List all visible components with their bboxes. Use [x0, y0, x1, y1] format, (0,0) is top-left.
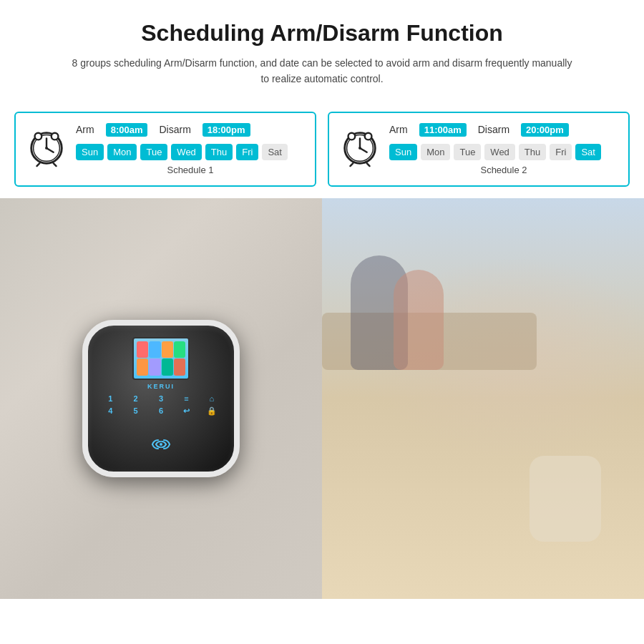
device-container: KERUI 1 2 3 ≡ ⌂ 4 5 6 ↩ 🔒 [82, 320, 240, 477]
key-1: 1 [99, 394, 121, 403]
device-brand-label: KERUI [147, 383, 175, 390]
svg-point-5 [52, 132, 59, 140]
key-5: 5 [125, 406, 146, 416]
day-wed-2[interactable]: Wed [484, 144, 515, 160]
schedule-1-arm-label: Arm [76, 124, 94, 135]
schedule-2-arm-label: Arm [389, 124, 408, 135]
key-home: ⌂ [201, 394, 223, 403]
svg-line-11 [350, 163, 353, 166]
key-back: ↩ [175, 406, 197, 416]
key-4: 4 [99, 406, 121, 416]
rfid-area [147, 436, 175, 456]
day-mon-2[interactable]: Mon [421, 144, 450, 160]
clock-icon-1 [26, 123, 67, 170]
schedule-1-name: Schedule 1 [76, 165, 305, 175]
key-lock: 🔒 [201, 406, 223, 416]
schedule-card-2: Arm 11:00am Disarm 20:00pm Sun Mon Tue W… [328, 112, 630, 187]
svg-point-14 [365, 132, 372, 140]
svg-point-13 [348, 132, 356, 140]
day-fri-1[interactable]: Fri [236, 144, 258, 160]
svg-line-2 [36, 163, 39, 166]
child-silhouette [530, 456, 601, 542]
schedule-2-days: Sun Mon Tue Wed Thu Fri Sat [389, 144, 618, 160]
app-icon-2 [149, 341, 160, 358]
app-icon-7 [162, 358, 173, 376]
key-3: 3 [150, 394, 172, 403]
family-panel [322, 198, 644, 599]
schedules-row: Arm 8:00am Disarm 18:00pm Sun Mon Tue We… [0, 112, 644, 198]
svg-line-12 [367, 163, 370, 166]
schedule-2-arm-time[interactable]: 11:00am [419, 123, 467, 137]
schedule-1-disarm-time[interactable]: 18:00pm [203, 123, 250, 137]
device-keypad: 1 2 3 ≡ ⌂ 4 5 6 ↩ 🔒 [88, 394, 234, 416]
page-title: Scheduling Arm/Disarm Function [29, 20, 615, 47]
bottom-section: KERUI 1 2 3 ≡ ⌂ 4 5 6 ↩ 🔒 [0, 198, 644, 599]
day-fri-2[interactable]: Fri [550, 144, 572, 160]
page-subtitle: 8 groups scheduling Arm/Disarm function,… [72, 55, 572, 87]
day-sat-1[interactable]: Sat [262, 144, 288, 160]
app-icon-3 [162, 341, 173, 358]
schedule-card-1: Arm 8:00am Disarm 18:00pm Sun Mon Tue We… [14, 112, 316, 187]
schedule-2-disarm-label: Disarm [478, 124, 509, 135]
day-sun-2[interactable]: Sun [389, 144, 417, 160]
schedule-2-times: Arm 11:00am Disarm 20:00pm [389, 123, 618, 137]
day-mon-1[interactable]: Mon [107, 144, 137, 160]
schedule-2-disarm-time[interactable]: 20:00pm [521, 123, 569, 137]
svg-point-17 [358, 147, 361, 150]
schedule-2-info: Arm 11:00am Disarm 20:00pm Sun Mon Tue W… [389, 123, 618, 175]
app-icon-5 [137, 358, 148, 376]
day-sun-1[interactable]: Sun [76, 144, 104, 160]
schedule-1-disarm-label: Disarm [159, 124, 190, 135]
adult2-silhouette [394, 270, 444, 370]
device-screen [132, 337, 190, 380]
schedule-1-arm-time[interactable]: 8:00am [106, 123, 148, 137]
schedule-1-times: Arm 8:00am Disarm 18:00pm [76, 123, 305, 137]
app-icon-6 [149, 358, 160, 376]
schedule-2-name: Schedule 2 [389, 165, 618, 175]
key-menu: ≡ [175, 394, 197, 403]
app-icon-8 [174, 358, 185, 376]
app-icon-4 [174, 341, 185, 358]
header-section: Scheduling Arm/Disarm Function 8 groups … [0, 0, 644, 112]
day-thu-1[interactable]: Thu [205, 144, 233, 160]
key-2: 2 [125, 394, 146, 403]
day-tue-1[interactable]: Tue [140, 144, 167, 160]
svg-point-18 [160, 443, 162, 446]
day-wed-1[interactable]: Wed [171, 144, 202, 160]
app-icon-1 [137, 341, 148, 358]
clock-icon-2 [339, 123, 381, 170]
key-6: 6 [150, 406, 172, 416]
day-tue-2[interactable]: Tue [454, 144, 481, 160]
svg-line-3 [54, 163, 57, 166]
device-panel: KERUI 1 2 3 ≡ ⌂ 4 5 6 ↩ 🔒 [0, 198, 322, 599]
svg-point-8 [45, 147, 48, 150]
day-sat-2[interactable]: Sat [575, 144, 601, 160]
day-thu-2[interactable]: Thu [519, 144, 546, 160]
schedule-1-days: Sun Mon Tue Wed Thu Fri Sat [76, 144, 305, 160]
svg-point-4 [35, 132, 42, 140]
schedule-1-info: Arm 8:00am Disarm 18:00pm Sun Mon Tue We… [76, 123, 305, 175]
device-body: KERUI 1 2 3 ≡ ⌂ 4 5 6 ↩ 🔒 [82, 320, 240, 477]
